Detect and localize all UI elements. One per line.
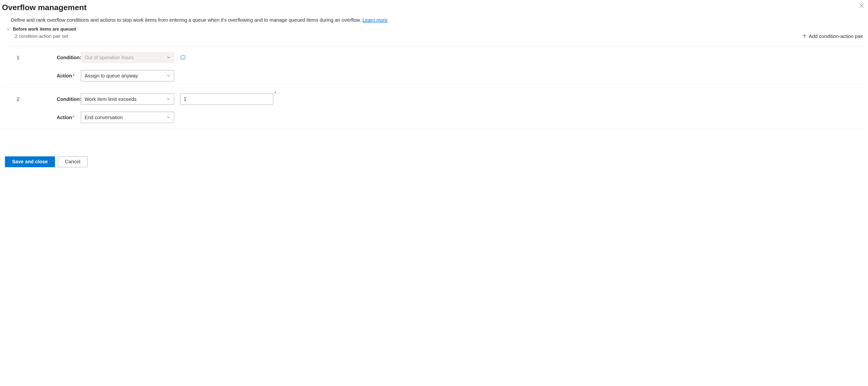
page-title: Overflow management (2, 2, 87, 13)
chevron-down-icon (166, 114, 170, 121)
required-mark: * (275, 91, 276, 97)
chevron-down-icon (166, 96, 170, 102)
condition-select: Out of operation hours (81, 52, 174, 63)
section-title: Before work items are queued (13, 26, 76, 32)
cancel-button[interactable]: Cancel (58, 156, 88, 167)
limit-input[interactable] (180, 93, 273, 105)
chevron-down-icon (166, 72, 170, 79)
condition-label: Condition:* (34, 54, 81, 61)
pair-index: 2 (2, 96, 34, 102)
condition-label-text: Condition: (57, 96, 82, 102)
section-subtitle: 2 condition-action pair set (15, 33, 68, 40)
action-label-text: Action (57, 73, 72, 79)
action-value: End conversation (85, 114, 123, 121)
add-pair-label: Add condition-action pair (809, 33, 863, 40)
condition-label-text: Condition: (57, 55, 82, 60)
action-select[interactable]: Assign to queue anyway (81, 70, 174, 81)
info-icon[interactable] (180, 55, 186, 60)
action-label: Action* (34, 114, 81, 121)
chevron-down-icon (166, 54, 170, 61)
condition-label: Condition:* (34, 96, 81, 102)
condition-action-pair: 1 Condition:* Out of operation hours (2, 46, 866, 87)
action-label: Action* (34, 72, 81, 79)
required-mark: * (72, 73, 74, 79)
chevron-down-icon[interactable] (6, 27, 10, 31)
learn-more-link[interactable]: Learn more (363, 17, 388, 23)
close-icon (859, 3, 864, 10)
page-description: Define and rank overflow conditions and … (11, 17, 846, 24)
condition-value: Work item limit exceeds (85, 96, 136, 102)
add-condition-action-button[interactable]: Add condition-action pair (802, 33, 863, 40)
action-select[interactable]: End conversation (81, 112, 174, 123)
save-button[interactable]: Save and close (5, 156, 55, 167)
required-mark: * (72, 115, 74, 120)
action-value: Assign to queue anyway (85, 72, 138, 79)
condition-select[interactable]: Work item limit exceeds (81, 93, 174, 105)
pair-index: 1 (2, 54, 34, 61)
close-button[interactable] (857, 2, 866, 11)
condition-action-pair: 2 Condition:* Work item limit exceeds * … (2, 88, 866, 129)
condition-value: Out of operation hours (85, 54, 134, 61)
svg-point-6 (183, 56, 183, 57)
action-label-text: Action (57, 115, 72, 120)
plus-icon (802, 33, 807, 40)
description-text: Define and rank overflow conditions and … (11, 17, 363, 23)
